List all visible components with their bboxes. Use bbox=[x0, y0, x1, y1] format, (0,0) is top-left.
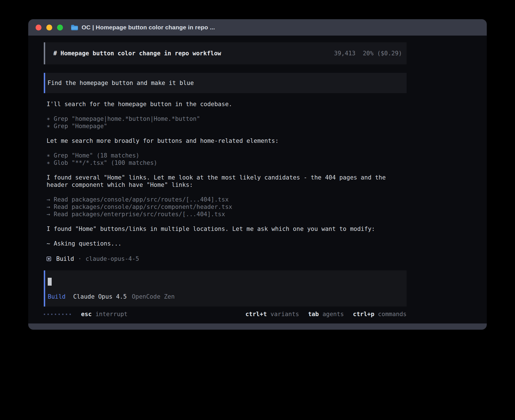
folder-icon bbox=[71, 24, 78, 30]
input-statusline: Build Claude Opus 4.5 OpenCode Zen bbox=[48, 293, 407, 300]
conversation: I'll search for the homepage button in t… bbox=[44, 100, 407, 263]
tool-call-glob: ∗ Glob "**/*.tsx" (100 matches) bbox=[47, 159, 407, 167]
assistant-text: I'll search for the homepage button in t… bbox=[47, 100, 407, 108]
session-title: # Homepage button color change in repo w… bbox=[53, 50, 221, 57]
tool-call-read: → Read packages/enterprise/src/routes/[.… bbox=[47, 211, 407, 218]
assistant-text: I found several "Home" links. Let me loo… bbox=[47, 174, 407, 189]
terminal-content: # Homepage button color change in repo w… bbox=[28, 36, 487, 323]
text-cursor bbox=[48, 278, 52, 286]
assistant-text: I found "Home" buttons/links in multiple… bbox=[47, 225, 407, 233]
separator-dot: · bbox=[78, 255, 82, 262]
minimize-button[interactable] bbox=[46, 25, 52, 30]
tool-call-grep: ∗ Grep "homepage|home.*button|Home.*butt… bbox=[47, 115, 407, 123]
agent-name: Build bbox=[56, 255, 74, 262]
prompt-input[interactable]: Build Claude Opus 4.5 OpenCode Zen bbox=[44, 270, 407, 307]
shortcut-agents: tab agents bbox=[308, 310, 344, 318]
shortcut-variants: ctrl+t variants bbox=[245, 310, 299, 318]
provider-label: OpenCode Zen bbox=[132, 293, 175, 300]
spinner-dots bbox=[44, 314, 71, 315]
statusbar-right: ctrl+t variants tab agents ctrl+p comman… bbox=[245, 310, 407, 318]
tool-call-grep: ∗ Grep "Home" (18 matches) bbox=[47, 152, 407, 159]
titlebar[interactable]: OC | Homepage button color change in rep… bbox=[28, 19, 487, 36]
shortcut-commands: ctrl+p commands bbox=[353, 310, 407, 318]
assistant-text: Let me search more broadly for buttons a… bbox=[47, 137, 407, 145]
assistant-status: ~ Asking questions... bbox=[47, 240, 407, 247]
terminal-window: OC | Homepage button color change in rep… bbox=[28, 19, 487, 330]
agent-status-line: Build · claude-opus-4-5 bbox=[47, 255, 407, 263]
window-title: OC | Homepage button color change in rep… bbox=[82, 24, 215, 31]
context-cost: 20% ($0.29) bbox=[363, 50, 402, 57]
tool-call-read: → Read packages/console/app/src/routes/[… bbox=[47, 196, 407, 203]
token-count: 39,413 bbox=[334, 50, 355, 57]
statusbar-left: esc interrupt bbox=[44, 310, 128, 318]
user-message: Find the homepage button and make it blu… bbox=[44, 73, 407, 93]
esc-key-label: interrupt bbox=[95, 310, 128, 318]
zoom-button[interactable] bbox=[57, 25, 63, 30]
title-group: OC | Homepage button color change in rep… bbox=[71, 24, 215, 31]
traffic-lights bbox=[36, 25, 63, 30]
input-line[interactable] bbox=[48, 278, 407, 286]
user-message-text: Find the homepage button and make it blu… bbox=[47, 79, 194, 87]
model-label: Claude Opus 4.5 bbox=[73, 293, 127, 300]
esc-key-hint: esc bbox=[81, 310, 92, 318]
statusbar: esc interrupt ctrl+t variants tab agents… bbox=[44, 310, 407, 318]
close-button[interactable] bbox=[36, 25, 42, 30]
session-header: # Homepage button color change in repo w… bbox=[44, 42, 407, 64]
agent-mode-label: Build bbox=[48, 293, 66, 300]
tool-call-grep: ∗ Grep "Homepage" bbox=[47, 123, 407, 130]
session-stats: 39,413 20% ($0.29) bbox=[334, 50, 402, 57]
tool-call-read: → Read packages/console/app/src/componen… bbox=[47, 203, 407, 211]
agent-model: claude-opus-4-5 bbox=[86, 255, 139, 262]
build-agent-icon bbox=[47, 257, 51, 261]
